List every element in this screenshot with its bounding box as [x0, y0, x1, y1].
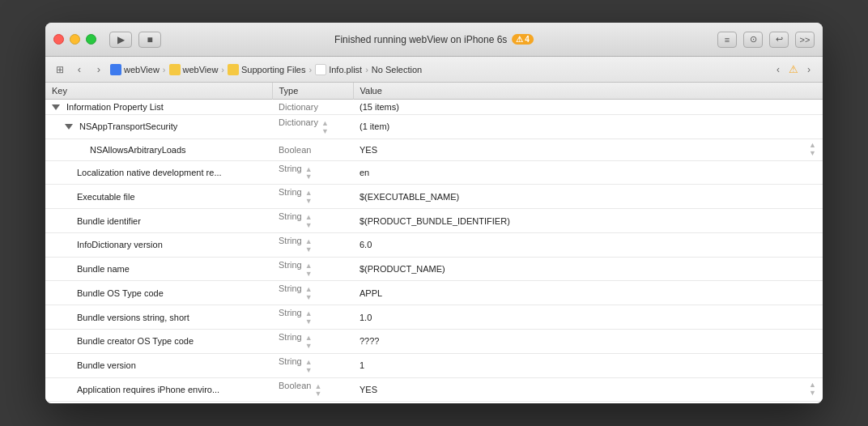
- type-stepper[interactable]: ▲▼: [305, 190, 313, 206]
- split-view-button[interactable]: ⊙: [743, 32, 763, 48]
- value-label: APPL: [360, 288, 382, 298]
- type-cell: String▲▼: [272, 281, 353, 305]
- titlebar-left-controls: ▶ ■: [109, 32, 161, 48]
- value-label: $(EXECUTABLE_NAME): [360, 192, 459, 202]
- value-cell: 6.0: [353, 232, 823, 257]
- value-label: $(PRODUCT_NAME): [360, 264, 445, 274]
- grid-icon[interactable]: ⊞: [52, 62, 68, 78]
- stop-button[interactable]: ■: [138, 32, 161, 48]
- back-forward-button[interactable]: ↩: [769, 32, 789, 48]
- value-cell: (1 item): [353, 115, 823, 139]
- close-button[interactable]: [53, 34, 64, 45]
- type-stepper[interactable]: ▲▼: [321, 120, 329, 136]
- breadcrumb-bar: ⊞ ‹ › webView › webView › Supporting Fil…: [45, 57, 823, 83]
- value-label: 6.0: [360, 240, 372, 249]
- minimize-button[interactable]: [70, 34, 80, 45]
- back-nav-button[interactable]: ‹: [71, 62, 87, 78]
- value-label: en: [360, 168, 369, 177]
- breadcrumb-item-webview1[interactable]: webView: [110, 64, 160, 75]
- infoplist-icon: [315, 64, 326, 75]
- maximize-button[interactable]: [86, 34, 96, 45]
- breadcrumb-item-supporting[interactable]: Supporting Files: [228, 64, 306, 75]
- type-stepper[interactable]: ▲▼: [305, 334, 313, 351]
- window-controls: [53, 34, 96, 45]
- type-stepper[interactable]: ▲▼: [305, 214, 313, 230]
- table-row[interactable]: Localization native development re...Str…: [45, 160, 823, 185]
- separator-3: ›: [309, 65, 313, 75]
- breadcrumb-item-infoplist[interactable]: Info.plist: [315, 64, 362, 75]
- value-cell: YES▲▼: [353, 138, 823, 160]
- type-cell: String▲▼: [272, 209, 353, 233]
- type-cell: String▲▼: [272, 232, 353, 257]
- value-label: ????: [360, 336, 379, 346]
- table-row[interactable]: Bundle OS Type codeString▲▼APPL: [45, 281, 823, 305]
- key-label: Localization native development re...: [77, 168, 222, 177]
- type-stepper[interactable]: ▲▼: [305, 238, 313, 254]
- type-stepper[interactable]: ▲▼: [314, 383, 321, 399]
- value-cell: LaunchScreen: [353, 402, 823, 403]
- table-row[interactable]: Launch screen interface file base...Stri…: [45, 402, 823, 403]
- value-label: $(PRODUCT_BUNDLE_IDENTIFIER): [360, 216, 510, 226]
- type-stepper[interactable]: ▲▼: [305, 166, 313, 182]
- type-stepper[interactable]: ▲▼: [305, 262, 313, 279]
- key-label: Bundle versions string, short: [77, 313, 189, 322]
- value-stepper[interactable]: ▲▼: [809, 142, 816, 158]
- value-cell: (15 items): [353, 100, 823, 115]
- value-cell: YES▲▼: [353, 377, 823, 402]
- header-type: Type: [272, 83, 353, 100]
- type-cell: String▲▼: [272, 402, 353, 403]
- value-label: YES: [360, 145, 377, 155]
- bc-forward-button[interactable]: ›: [802, 62, 816, 77]
- table-row[interactable]: Bundle nameString▲▼$(PRODUCT_NAME): [45, 257, 823, 281]
- key-label: Bundle version: [77, 360, 136, 370]
- table-row[interactable]: Bundle versionString▲▼1: [45, 353, 823, 377]
- table-row[interactable]: Bundle creator OS Type codeString▲▼????: [45, 330, 823, 354]
- separator-1: ›: [163, 65, 166, 75]
- breadcrumb-right: ‹ ⚠ ›: [771, 62, 816, 77]
- warning-icon: ⚠: [789, 63, 798, 75]
- table-row[interactable]: Information Property ListDictionary(15 i…: [45, 100, 823, 115]
- list-view-button[interactable]: ≡: [717, 32, 737, 48]
- expand-icon[interactable]: [52, 104, 60, 110]
- separator-2: ›: [221, 65, 224, 75]
- titlebar-center: Finished running webView on iPhone 6s ⚠ …: [334, 34, 534, 45]
- value-cell: $(PRODUCT_BUNDLE_IDENTIFIER): [353, 209, 823, 233]
- table-row[interactable]: InfoDictionary versionString▲▼6.0: [45, 232, 823, 257]
- expand-icon[interactable]: [65, 124, 73, 130]
- type-stepper[interactable]: ▲▼: [305, 310, 313, 326]
- key-label: Bundle creator OS Type code: [77, 336, 194, 346]
- value-cell: $(EXECUTABLE_NAME): [353, 185, 823, 209]
- value-cell: ????: [353, 330, 823, 354]
- table-row[interactable]: NSAppTransportSecurityDictionary▲▼(1 ite…: [45, 115, 823, 139]
- type-stepper[interactable]: ▲▼: [305, 359, 313, 375]
- type-stepper[interactable]: ▲▼: [305, 286, 313, 302]
- value-stepper[interactable]: ▲▼: [809, 381, 816, 398]
- table-row[interactable]: Application requires iPhone enviro...Boo…: [45, 377, 823, 402]
- value-label: 1.0: [360, 313, 372, 322]
- type-cell: String▲▼: [272, 305, 353, 330]
- bc-back-button[interactable]: ‹: [771, 62, 785, 77]
- key-label: Information Property List: [66, 102, 164, 112]
- value-cell: 1: [353, 353, 823, 377]
- titlebar-right: ≡ ⊙ ↩ >>: [717, 32, 815, 48]
- key-label: NSAppTransportSecurity: [79, 121, 177, 131]
- key-label: Bundle identifier: [77, 216, 141, 226]
- type-cell: String▲▼: [272, 185, 353, 209]
- value-label: (15 items): [360, 102, 399, 112]
- type-cell: Boolean: [272, 138, 353, 160]
- breadcrumb-item-webview2[interactable]: webView: [169, 64, 219, 75]
- value-label: 1: [360, 360, 364, 370]
- type-cell: Dictionary▲▼: [272, 115, 353, 139]
- play-button[interactable]: ▶: [109, 32, 132, 48]
- header-key: Key: [45, 83, 272, 100]
- forward-nav-button[interactable]: ›: [91, 62, 107, 78]
- table-row[interactable]: NSAllowsArbitraryLoadsBooleanYES▲▼: [45, 138, 823, 160]
- type-cell: String▲▼: [272, 160, 353, 185]
- table-row[interactable]: Executable fileString▲▼$(EXECUTABLE_NAME…: [45, 185, 823, 209]
- warning-badge[interactable]: ⚠ 4: [512, 34, 534, 45]
- more-button[interactable]: >>: [795, 32, 815, 48]
- table-row[interactable]: Bundle identifierString▲▼$(PRODUCT_BUNDL…: [45, 209, 823, 233]
- table-row[interactable]: Bundle versions string, shortString▲▼1.0: [45, 305, 823, 330]
- value-cell: APPL: [353, 281, 823, 305]
- breadcrumb-item-noselection: No Selection: [372, 65, 422, 75]
